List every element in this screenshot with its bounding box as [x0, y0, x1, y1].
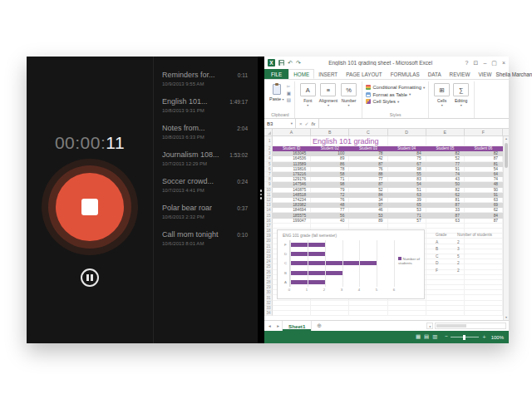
ribbon: Paste ▾ ✂ ▣ ▤ Clipboard AFont▾≡Alignment…	[264, 80, 509, 119]
column-header-e[interactable]: E	[426, 129, 465, 135]
copy-icon[interactable]: ▣	[287, 91, 291, 96]
undo-icon[interactable]: ↶	[288, 60, 293, 66]
enter-icon[interactable]: ✓	[305, 121, 309, 126]
insert-function-icon[interactable]: fx	[312, 121, 316, 126]
restore-icon[interactable]: ▢	[491, 60, 497, 66]
recording-list-item[interactable]: Reminders for...0:1110/9/2013 9:55 AM	[162, 71, 248, 86]
split-gutter[interactable]	[258, 57, 264, 343]
vertical-scroll-thumb[interactable]	[505, 143, 508, 168]
grid-cell[interactable]	[311, 136, 349, 146]
recording-list-item[interactable]: Notes from...2:0410/8/2013 6:33 PM	[162, 124, 248, 140]
sheet-area: ABCDEF 12Student IDStudent 02Student 03S…	[264, 129, 509, 320]
paste-button[interactable]: Paste ▾	[269, 83, 284, 111]
page-break-preview-icon[interactable]: ▥	[432, 334, 437, 340]
grid-cell[interactable]	[426, 136, 465, 146]
stop-record-button[interactable]	[42, 159, 138, 255]
recording-duration: 0:37	[237, 205, 248, 211]
alignment-icon: ≡	[320, 83, 336, 96]
ribbon-button-font[interactable]: AFont▾	[300, 83, 316, 111]
legend-swatch	[398, 257, 401, 260]
grid-cell[interactable]	[349, 136, 387, 146]
sheet-tab-sheet1[interactable]: Sheet1	[282, 321, 312, 331]
ribbon-tab-insert[interactable]: INSERT	[314, 69, 342, 79]
column-header-d[interactable]: D	[388, 129, 426, 135]
format-painter-icon[interactable]: ▤	[287, 98, 291, 103]
grid-cell[interactable]	[311, 311, 349, 316]
column-header-c[interactable]: C	[349, 129, 387, 135]
grid-cell[interactable]	[273, 311, 311, 316]
ribbon-tab-formulas[interactable]: FORMULAS	[387, 69, 424, 79]
grid-cell[interactable]	[465, 311, 503, 316]
font-label: Font	[303, 98, 312, 103]
scroll-down-icon[interactable]: ▾	[504, 315, 509, 320]
column-header-f[interactable]: F	[465, 129, 503, 135]
horizontal-scrollbar[interactable]: ◂	[426, 323, 506, 329]
account-menu[interactable]: Sheila Marchand ▾	[496, 69, 532, 79]
ribbon-tab-file[interactable]: FILE	[264, 69, 288, 79]
cut-icon[interactable]: ✂	[287, 85, 291, 90]
zoom-slider[interactable]	[451, 337, 479, 337]
add-sheet-icon[interactable]: ⊕	[317, 323, 322, 329]
sheet-nav-arrows[interactable]: ◂ ▸	[268, 323, 282, 328]
ribbon-tab-home[interactable]: HOME	[288, 69, 314, 79]
ribbon-options-icon[interactable]: ⊡	[474, 60, 479, 66]
minimize-icon[interactable]: –	[483, 60, 486, 66]
ribbon-tab-data[interactable]: DATA	[424, 69, 446, 79]
recording-timer: 00:00:11	[55, 133, 125, 153]
recording-list-item[interactable]: Journalism 108...1:53:0210/7/2013 12:29 …	[162, 150, 248, 166]
help-icon[interactable]: ?	[466, 60, 469, 66]
ribbon-button-number[interactable]: %Number▾	[341, 83, 357, 111]
page-layout-view-icon[interactable]: ▤	[424, 334, 429, 340]
scroll-up-icon[interactable]: ▴	[504, 136, 509, 141]
row-number[interactable]: 34	[264, 311, 273, 316]
formula-input[interactable]	[319, 119, 509, 128]
embedded-chart[interactable]: ENG 101 grade (fall semester) FDCBA 0123…	[277, 229, 425, 299]
grid-cell[interactable]	[465, 136, 503, 146]
horizontal-scroll-track[interactable]	[435, 323, 506, 329]
save-icon[interactable]	[278, 60, 284, 66]
grid-cell[interactable]	[273, 136, 311, 146]
normal-view-icon[interactable]: ▦	[416, 334, 421, 340]
styles-item-conditional-formatting[interactable]: Conditional Formatting▾	[366, 85, 425, 90]
chart-gridline	[359, 240, 360, 287]
grid-cell[interactable]	[388, 311, 426, 316]
split-handle-icon[interactable]	[260, 190, 263, 200]
column-header-b[interactable]: B	[311, 129, 349, 135]
cancel-icon[interactable]: ×	[299, 121, 303, 126]
close-icon[interactable]: ×	[502, 60, 505, 66]
clipboard-caption: Clipboard	[266, 112, 294, 117]
ribbon-tab-review[interactable]: REVIEW	[446, 69, 475, 79]
styles-item-cell-styles[interactable]: Cell Styles▾	[366, 99, 425, 104]
recording-list-item[interactable]: Polar bear roar0:3710/6/2013 2:32 PM	[162, 204, 248, 219]
select-all-corner[interactable]	[264, 129, 273, 135]
recording-list-item[interactable]: Call mom tonight0:1010/6/2013 8:01 AM	[162, 230, 248, 246]
grid-cell[interactable]	[349, 311, 387, 316]
clipboard-tools: ✂ ▣ ▤	[287, 83, 291, 111]
vertical-scrollbar[interactable]: ▴ ▾	[503, 136, 509, 320]
editing-button[interactable]: ∑ Editing ▾	[453, 83, 469, 111]
recording-list-item[interactable]: English 101...1:49:1710/8/2013 9:31 PM	[162, 97, 248, 113]
sheet-grid[interactable]: 12Student IDStudent 02Student 03Student …	[264, 136, 503, 320]
summary-count: 2	[457, 261, 495, 265]
column-header-a[interactable]: A	[273, 129, 311, 135]
ribbon-tab-view[interactable]: VIEW	[474, 69, 495, 79]
cells-button[interactable]: ⊞ Cells ▾	[434, 83, 450, 111]
zoom-in-icon[interactable]: ＋	[481, 334, 487, 340]
row-number[interactable]: 1	[264, 136, 273, 146]
grid-cell[interactable]	[426, 311, 465, 316]
pause-button[interactable]	[81, 268, 99, 287]
zoom-level[interactable]: 100%	[491, 335, 504, 340]
chart-x-tick: 4	[358, 288, 360, 292]
ribbon-tab-page-layout[interactable]: PAGE LAYOUT	[342, 69, 387, 79]
recording-list-item[interactable]: Soccer crowd...0:2410/7/2013 4:41 PM	[162, 177, 248, 193]
summary-header-count: Number of students	[457, 233, 495, 237]
horizontal-scroll-thumb[interactable]	[436, 324, 466, 328]
zoom-slider-thumb[interactable]	[463, 335, 466, 340]
scroll-left-icon[interactable]: ◂	[426, 323, 433, 329]
chart-category-label: B	[284, 271, 287, 275]
name-box[interactable]: B3 ▾	[264, 119, 296, 128]
ribbon-button-alignment[interactable]: ≡Alignment▾	[319, 83, 337, 111]
styles-item-format-as-table[interactable]: Format as Table▾	[366, 92, 425, 97]
zoom-out-icon[interactable]: −	[445, 334, 448, 340]
grid-cell[interactable]	[388, 136, 426, 146]
